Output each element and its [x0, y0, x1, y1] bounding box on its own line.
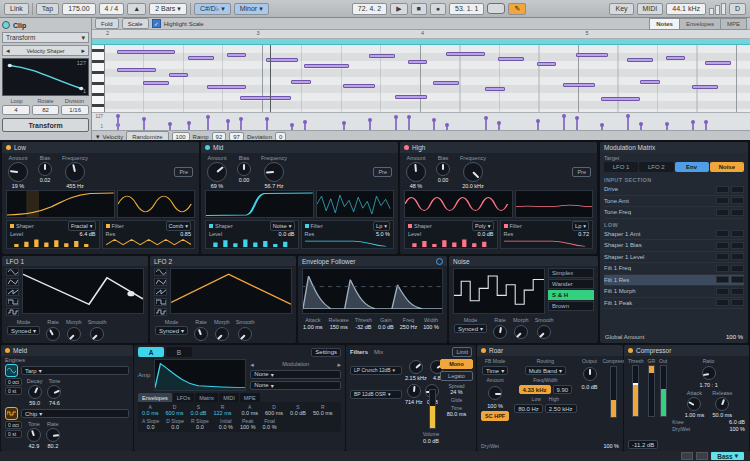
scale-button[interactable]: Scale — [122, 18, 149, 29]
gain-value[interactable]: 0.0 dB — [378, 324, 394, 330]
velocity-curve-display[interactable]: 127 1 — [2, 58, 89, 96]
engine-b-type-menu[interactable]: Chip▾ — [21, 409, 129, 418]
sustain-value[interactable]: 0.0 dB — [191, 410, 207, 416]
routing-menu[interactable]: Multi Band▾ — [525, 366, 566, 375]
velocity-stem[interactable] — [627, 116, 629, 130]
lfo1-waveform-display[interactable] — [22, 268, 144, 314]
midi-note[interactable] — [666, 56, 685, 60]
velocity-stem[interactable] — [692, 122, 694, 131]
limit-toggle[interactable]: Limit — [452, 347, 472, 357]
sine-wave-icon[interactable] — [6, 268, 19, 276]
engine-tab-a[interactable]: A — [138, 347, 164, 357]
midi-note[interactable] — [207, 85, 246, 89]
triangle-wave-icon[interactable] — [154, 278, 167, 286]
frequency-knob[interactable] — [65, 162, 85, 182]
record-button[interactable]: ● — [430, 3, 446, 15]
noise-mode-menu[interactable]: Synced▾ — [454, 324, 487, 333]
amount-knob[interactable] — [406, 162, 426, 182]
low-crossover-field[interactable]: 80.0 Hz — [514, 404, 543, 413]
bias-knob[interactable] — [436, 162, 450, 176]
matrix-row[interactable]: Tone Amt — [604, 196, 744, 208]
tab-mpe[interactable]: MPE — [240, 393, 260, 402]
mod-target-menu-2[interactable]: None▾ — [250, 381, 341, 390]
filter2-freq-knob[interactable] — [407, 384, 421, 398]
midi-note[interactable] — [446, 52, 485, 56]
morph-knob[interactable] — [215, 327, 229, 341]
midi-note[interactable] — [433, 81, 459, 85]
time-signature-field[interactable]: 4 / 4 — [99, 3, 125, 15]
tab-matrix[interactable]: Matrix — [195, 393, 218, 402]
tap-tempo-button[interactable]: Tap — [36, 3, 59, 15]
settings-button[interactable]: Settings — [311, 348, 341, 357]
volume-value[interactable]: 0.0 dB — [420, 438, 442, 444]
lfo-mode-menu[interactable]: Synced▾ — [155, 326, 188, 335]
velocity-stem[interactable] — [143, 119, 145, 130]
midi-note[interactable] — [143, 81, 169, 85]
chevron-right-icon[interactable]: ▸ — [337, 361, 341, 368]
bias-knob[interactable] — [237, 162, 251, 176]
velocity-lane[interactable]: 127 1 — [92, 112, 750, 130]
velocity-stem[interactable] — [433, 120, 435, 130]
beat-time-ruler[interactable]: 2 3 4 5 — [92, 30, 750, 39]
waveform-display[interactable] — [117, 190, 195, 218]
velocity-stem[interactable] — [563, 116, 565, 130]
device-activator-icon[interactable] — [5, 348, 10, 353]
lfo-mode-menu[interactable]: Synced▾ — [7, 326, 40, 335]
target-tab-lfo2[interactable]: LFO 2 — [639, 162, 673, 172]
engine-a-octave-field[interactable]: 0 oct — [5, 378, 22, 386]
velocity-stem[interactable] — [705, 122, 707, 130]
fold-button[interactable]: Fold — [95, 18, 119, 29]
midi-note[interactable] — [117, 50, 175, 54]
engine-b-semitone-field[interactable]: 0 st — [5, 430, 22, 438]
random-wave-icon[interactable] — [154, 308, 167, 316]
sidechain-icon[interactable] — [436, 258, 443, 265]
matrix-row[interactable]: Tone Freq — [604, 207, 744, 219]
a-slope-value[interactable]: 0.0 — [147, 424, 155, 430]
compress-meter[interactable] — [610, 366, 617, 418]
midi-note[interactable] — [576, 53, 608, 57]
attack-knob[interactable] — [687, 397, 701, 411]
velocity-stem[interactable] — [304, 122, 306, 130]
thresh-value[interactable]: -32 dB — [355, 324, 371, 330]
tab-envelopes[interactable]: Envelopes — [138, 393, 172, 402]
saw-wave-icon[interactable] — [6, 288, 19, 296]
target-tab-env[interactable]: Env — [675, 162, 709, 172]
matrix-row[interactable]: Drive — [604, 184, 744, 196]
amount-knob[interactable] — [8, 162, 28, 182]
dry-wet-value[interactable]: 100 % — [603, 443, 619, 449]
velocity-stem[interactable] — [369, 120, 371, 130]
amp-envelope-display[interactable] — [154, 359, 246, 391]
release-knob[interactable] — [715, 397, 729, 411]
noise-waveform-display[interactable] — [453, 268, 545, 314]
midi-note[interactable] — [498, 57, 524, 61]
bias-knob[interactable] — [38, 162, 52, 176]
matrix-row[interactable]: Filt 1 Res — [604, 275, 744, 287]
velocity-stem[interactable] — [537, 121, 539, 130]
rotate-value-field[interactable]: 82 — [32, 105, 60, 115]
spread-value[interactable]: 24 % — [450, 389, 463, 395]
play-button[interactable]: ▶ — [390, 3, 407, 15]
tab-lfos[interactable]: LFOs — [173, 393, 194, 402]
velocity-stem[interactable] — [576, 118, 578, 130]
velocity-stem[interactable] — [240, 119, 242, 130]
velocity-stem[interactable] — [408, 117, 410, 130]
velocity-stem[interactable] — [207, 117, 209, 130]
random-wave-icon[interactable] — [6, 308, 19, 316]
triangle-wave-icon[interactable] — [6, 278, 19, 286]
width-value[interactable]: 100 % — [423, 324, 439, 330]
loop-start-field[interactable]: 53. 1. 1 — [449, 3, 484, 15]
pre-toggle[interactable]: Pre — [174, 167, 193, 177]
midi-map-button[interactable]: MIDI — [637, 3, 664, 15]
midi-note[interactable] — [343, 84, 375, 88]
velocity-stem[interactable] — [640, 124, 642, 130]
engine-tab-b[interactable]: B — [166, 347, 192, 357]
matrix-row[interactable]: Shaper 1 Level — [604, 252, 744, 264]
decay-value[interactable]: 600 ms — [265, 410, 283, 416]
chevron-down-icon[interactable]: ▾ — [96, 133, 100, 140]
matrix-row[interactable]: Shaper 1 Amt — [604, 229, 744, 241]
tone-knob[interactable] — [27, 428, 41, 442]
attack-value[interactable]: 0.0 ms — [142, 410, 159, 416]
velocity-stem[interactable] — [666, 124, 668, 130]
midi-note[interactable] — [485, 87, 504, 91]
stop-button[interactable]: ■ — [411, 3, 427, 15]
